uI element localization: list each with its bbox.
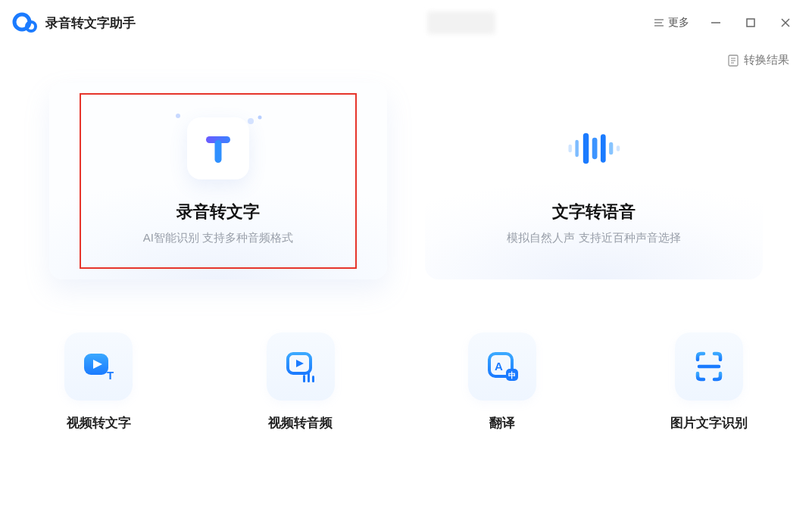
svg-point-14 bbox=[248, 118, 254, 124]
decoration-dots-icon bbox=[173, 111, 189, 126]
results-label: 转换结果 bbox=[744, 53, 789, 67]
svg-text:A: A bbox=[495, 360, 503, 373]
card-title: 文字转语音 bbox=[552, 201, 636, 223]
card-label: 视频转音频 bbox=[268, 414, 333, 432]
audio-to-text-icon-tile bbox=[187, 117, 249, 179]
svg-text:中: 中 bbox=[508, 371, 516, 379]
app-logo-icon bbox=[12, 10, 38, 36]
more-button[interactable]: 更多 bbox=[647, 13, 695, 33]
more-label: 更多 bbox=[668, 16, 689, 30]
text-to-speech-icon-tile bbox=[563, 117, 625, 179]
svg-rect-6 bbox=[747, 19, 754, 27]
card-subtitle: 模拟自然人声 支持近百种声音选择 bbox=[507, 231, 680, 245]
svg-rect-29 bbox=[308, 373, 310, 382]
minimize-icon bbox=[710, 17, 721, 28]
image-ocr-icon bbox=[675, 332, 743, 401]
card-title: 录音转文字 bbox=[176, 201, 260, 223]
svg-rect-17 bbox=[215, 140, 222, 163]
close-icon bbox=[780, 17, 791, 28]
decoration-dots-icon bbox=[246, 114, 266, 129]
svg-rect-21 bbox=[592, 137, 598, 158]
sound-wave-icon bbox=[563, 122, 625, 175]
maximize-icon bbox=[745, 17, 756, 28]
card-label: 翻译 bbox=[489, 414, 515, 432]
maximize-button[interactable] bbox=[736, 11, 765, 34]
svg-rect-28 bbox=[303, 375, 305, 382]
video-to-text-icon: T bbox=[64, 332, 133, 401]
card-label: 图片文字识别 bbox=[670, 414, 748, 432]
card-text-to-speech[interactable]: 文字转语音 模拟自然人声 支持近百种声音选择 bbox=[425, 83, 763, 279]
svg-rect-23 bbox=[609, 142, 613, 154]
titlebar: 录音转文字助手 更多 bbox=[0, 0, 812, 45]
document-icon bbox=[727, 55, 739, 67]
menu-icon bbox=[653, 17, 665, 28]
card-image-ocr[interactable]: 图片文字识别 bbox=[670, 332, 748, 432]
svg-rect-19 bbox=[575, 139, 578, 156]
main-content: 录音转文字 AI智能识别 支持多种音频格式 文字转语音 模拟自然人声 支持近百种… bbox=[0, 67, 812, 432]
svg-rect-18 bbox=[568, 144, 571, 151]
letter-t-icon bbox=[200, 130, 236, 167]
card-label: 视频转文字 bbox=[67, 414, 131, 432]
close-button[interactable] bbox=[771, 11, 800, 34]
app-title: 录音转文字助手 bbox=[45, 14, 136, 32]
card-translate[interactable]: A 中 翻译 bbox=[468, 332, 536, 432]
svg-rect-24 bbox=[617, 145, 620, 151]
svg-point-1 bbox=[27, 22, 36, 31]
minimize-button[interactable] bbox=[701, 11, 730, 34]
video-to-audio-icon bbox=[267, 332, 335, 401]
card-subtitle: AI智能识别 支持多种音频格式 bbox=[143, 231, 293, 245]
card-video-to-text[interactable]: T 视频转文字 bbox=[64, 332, 133, 432]
titlebar-blurred-region bbox=[427, 11, 495, 34]
svg-rect-30 bbox=[312, 376, 314, 382]
translate-icon: A 中 bbox=[468, 332, 536, 401]
svg-text:T: T bbox=[107, 369, 114, 382]
conversion-results-link[interactable]: 转换结果 bbox=[727, 53, 789, 67]
card-audio-to-text[interactable]: 录音转文字 AI智能识别 支持多种音频格式 bbox=[49, 83, 387, 279]
svg-rect-20 bbox=[583, 133, 589, 163]
card-video-to-audio[interactable]: 视频转音频 bbox=[267, 332, 335, 432]
svg-rect-22 bbox=[601, 134, 606, 162]
svg-point-13 bbox=[176, 114, 180, 118]
svg-point-15 bbox=[258, 115, 262, 119]
